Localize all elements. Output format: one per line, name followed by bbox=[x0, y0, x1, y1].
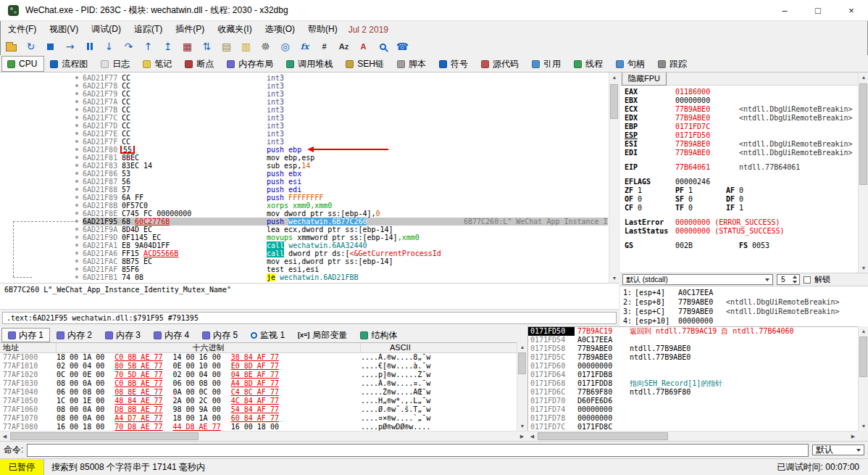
tab-graph[interactable]: 流程图 bbox=[44, 56, 95, 72]
disasm-row[interactable]: 6AD21F9A8D4D EClea ecx,dword ptr ss:[ebp… bbox=[0, 226, 608, 234]
maximize-button[interactable]: □ bbox=[801, 0, 835, 20]
disasm-row[interactable]: 6AD21F8B0F57C0xorps xmm0,xmm0 bbox=[0, 202, 608, 210]
arguments-pane[interactable]: 1:[esp+4]A0C17EEA2:[esp+8]77B9ABE0<ntdll… bbox=[620, 286, 868, 326]
tab-notes[interactable]: 笔记 bbox=[137, 56, 179, 72]
memory-row[interactable]: 77AF106008 00 0A 00D8 8B AE 7798 00 9A 0… bbox=[0, 405, 527, 414]
scrollbar-thumb[interactable] bbox=[859, 83, 867, 185]
stack-row[interactable]: 0171FD7400000000 bbox=[528, 405, 858, 414]
memory-row[interactable]: 77AF100018 00 1A 00C0 8B AE 7714 00 16 0… bbox=[0, 353, 527, 362]
tab-script[interactable]: 脚本 bbox=[391, 56, 433, 72]
menu-item-4[interactable]: 追踪(T) bbox=[128, 21, 169, 38]
breakpoint-dot[interactable] bbox=[75, 188, 78, 191]
breakpoint-dot[interactable] bbox=[75, 220, 78, 223]
stepper-down-icon[interactable] bbox=[793, 281, 797, 284]
breakpoint-dot[interactable] bbox=[75, 236, 78, 239]
execute-till-return-icon[interactable]: ↥ bbox=[159, 39, 176, 54]
stack-row[interactable]: 0171FD6C77B69F80ntdll.77B69F80 bbox=[528, 388, 858, 397]
stack-row[interactable]: 0171FD5877B9ABE0ntdll.77B9ABE0 bbox=[528, 344, 858, 353]
registers-pane[interactable]: 隐藏FPU EAX01186000EBX00000000ECX77B9ABE0<… bbox=[620, 73, 858, 273]
stack-hscrollbar[interactable]: ◀ ▶ bbox=[527, 431, 858, 441]
disassembly-scrollbar[interactable]: ▲ ▼ bbox=[609, 73, 619, 283]
register-row[interactable]: EDI77B9ABE0<ntdll.DbgUiRemoteBreakin> bbox=[625, 149, 858, 157]
tab-handles[interactable]: 句柄 bbox=[610, 56, 652, 72]
breakpoint-dot[interactable] bbox=[75, 228, 78, 231]
scroll-right-icon[interactable]: ▶ bbox=[848, 431, 858, 442]
memory-row[interactable]: 77AF107008 00 0A 00A4 D7 AE 7718 00 1A 0… bbox=[0, 414, 527, 423]
disasm-row[interactable]: 6AD21F8055push ebp bbox=[0, 146, 608, 154]
scroll-left-icon[interactable]: ◀ bbox=[527, 431, 537, 442]
assembler-az-icon[interactable]: Az bbox=[335, 39, 352, 54]
register-row[interactable]: OF 0SF 0DF 0 bbox=[625, 195, 858, 204]
tab-source[interactable]: 源代码 bbox=[475, 56, 526, 72]
disasm-row[interactable]: 6AD21FB174 08je wechatwin.6AD21FBB bbox=[0, 273, 608, 281]
unlock-checkbox[interactable] bbox=[804, 276, 811, 284]
breakpoint-dot[interactable] bbox=[75, 268, 78, 270]
threads-icon[interactable]: ⇅ bbox=[199, 39, 215, 54]
scroll-left-icon[interactable]: ◀ bbox=[0, 431, 9, 442]
register-row[interactable]: ESP0171FD50 bbox=[625, 131, 858, 140]
register-row[interactable]: ZF 1PF 1AF 0 bbox=[625, 186, 858, 195]
breakpoint-dot[interactable] bbox=[75, 180, 78, 183]
register-row[interactable]: EDX77B9ABE0<ntdll.DbgUiRemoteBreakin> bbox=[625, 114, 858, 123]
tab-log[interactable]: 日志 bbox=[95, 56, 137, 72]
scrollbar-thumb[interactable] bbox=[859, 336, 867, 377]
pause-icon[interactable] bbox=[81, 39, 98, 54]
minimize-button[interactable]: – bbox=[768, 0, 801, 20]
breakpoint-dot[interactable] bbox=[75, 108, 78, 111]
register-row[interactable]: EAX01186000 bbox=[625, 88, 858, 96]
disasm-row[interactable]: 6AD21F7CCCint3 bbox=[0, 114, 608, 122]
tab-struct[interactable]: 结构体 bbox=[354, 328, 404, 342]
settings-gears-icon[interactable]: ☸ bbox=[257, 39, 274, 54]
step-into-icon[interactable]: ↓ bbox=[101, 39, 117, 54]
scroll-down-icon[interactable]: ▼ bbox=[609, 273, 619, 283]
command-input[interactable] bbox=[27, 444, 809, 457]
disassembly-pane[interactable]: 6AD21F77CCint36AD21F78CCint36AD21F79CCin… bbox=[0, 73, 619, 283]
stack-row[interactable]: 0171FD640171FDB8 bbox=[528, 371, 858, 379]
menu-item-2[interactable]: 视图(V) bbox=[43, 21, 85, 38]
tab-memory-5[interactable]: 内存 5 bbox=[196, 328, 244, 342]
tab-breakpoints[interactable]: 断点 bbox=[179, 56, 221, 72]
tab-memory-2[interactable]: 内存 2 bbox=[50, 328, 99, 342]
arg-count-stepper[interactable]: 5 bbox=[777, 274, 800, 285]
argument-row[interactable]: 3:[esp+C]77B9ABE0<ntdll.DbgUiRemoteBreak… bbox=[623, 307, 868, 316]
memory-row[interactable]: 77AF10200C 00 0E 0070 5D AE 7702 00 04 0… bbox=[0, 371, 527, 379]
disasm-row[interactable]: 6AD21FAF85F6test esi,esi bbox=[0, 265, 608, 273]
breakpoint-dot[interactable] bbox=[75, 260, 78, 263]
tab-seh[interactable]: SEH链 bbox=[340, 56, 391, 72]
argument-row[interactable]: 4:[esp+10]00000000 bbox=[623, 316, 868, 326]
register-row[interactable]: EFLAGS00000246 bbox=[625, 178, 858, 186]
breakpoint-dot[interactable] bbox=[75, 244, 78, 247]
disasm-row[interactable]: 6AD21F8857push edi bbox=[0, 186, 608, 194]
menu-item-3[interactable]: 调试(D) bbox=[85, 21, 128, 38]
memory-scrollbar[interactable]: ▲ ▼ bbox=[517, 342, 527, 431]
stack-row[interactable]: 0171FD54A0C17EEA bbox=[528, 336, 858, 344]
stack-row[interactable]: 0171FD7C0171FD8C bbox=[528, 423, 858, 431]
memory-hscrollbar[interactable]: ◀ ▶ bbox=[0, 431, 527, 441]
breakpoint-dot[interactable] bbox=[75, 84, 78, 87]
register-row[interactable]: LastError00000000 (ERROR_SUCCESS) bbox=[625, 218, 858, 227]
register-row[interactable]: EIP77B64061ntdll.77B64061 bbox=[625, 163, 858, 172]
close-button[interactable]: × bbox=[835, 0, 868, 20]
breakpoint-dot[interactable] bbox=[75, 140, 78, 143]
breakpoint-dot[interactable] bbox=[75, 92, 78, 95]
register-row[interactable]: LastStatus00000000 (STATUS_SUCCESS) bbox=[625, 227, 858, 236]
tab-memory-1[interactable]: 内存 1 bbox=[1, 328, 50, 342]
breakpoint-dot[interactable] bbox=[75, 196, 78, 199]
argument-row[interactable]: 2:[esp+8]77B9ABE0<ntdll.DbgUiRemoteBreak… bbox=[623, 297, 868, 307]
breakpoint-dot[interactable] bbox=[75, 148, 78, 151]
memory-row[interactable]: 77AF104006 00 08 0008 8E AE 770A 00 0C 0… bbox=[0, 388, 527, 397]
restart-icon[interactable]: ↻ bbox=[22, 39, 39, 54]
stack-row[interactable]: 0171FD5C77B9ABE0ntdll.77B9ABE0 bbox=[528, 353, 858, 362]
register-row[interactable]: CF 0TF 0IF 1 bbox=[625, 204, 858, 212]
attach-phone-icon[interactable]: ☎ bbox=[394, 39, 411, 54]
memory-row[interactable]: 77AF108016 00 18 0070 D8 AE 7744 D8 AE 7… bbox=[0, 423, 527, 431]
disasm-row[interactable]: 6AD21F79CCint3 bbox=[0, 90, 608, 98]
tab-memory-4[interactable]: 内存 4 bbox=[147, 328, 196, 342]
breakpoint-dot[interactable] bbox=[75, 116, 78, 119]
breakpoint-dot[interactable] bbox=[75, 124, 78, 127]
breakpoint-dot[interactable] bbox=[75, 252, 78, 255]
disasm-row[interactable]: 6AD21F9568 60C2776Bpush wechatwin.6B77C2… bbox=[0, 218, 608, 226]
menu-item-8[interactable]: 帮助(H) bbox=[301, 21, 344, 38]
menu-item-1[interactable]: 文件(F) bbox=[1, 21, 43, 38]
search-icon[interactable] bbox=[375, 39, 391, 54]
